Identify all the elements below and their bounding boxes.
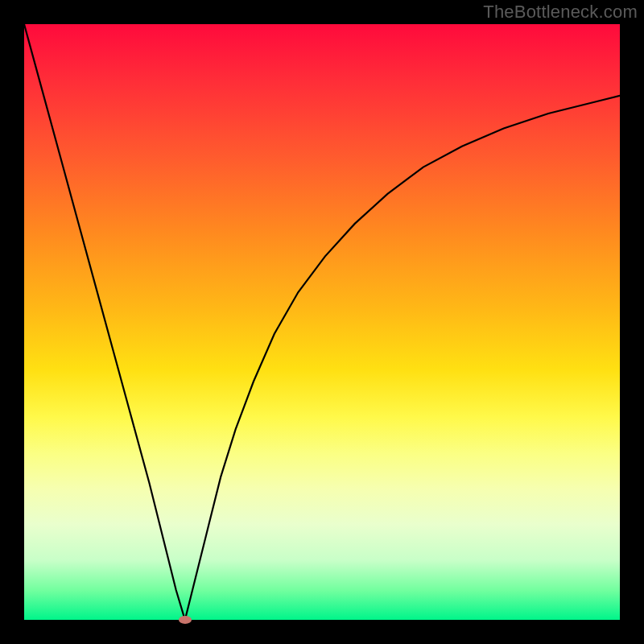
chart-frame: TheBottleneck.com <box>0 0 644 644</box>
watermark-text: TheBottleneck.com <box>483 2 638 23</box>
bottleneck-curve <box>24 24 620 620</box>
plot-area <box>24 24 620 620</box>
minimum-marker <box>179 616 192 624</box>
